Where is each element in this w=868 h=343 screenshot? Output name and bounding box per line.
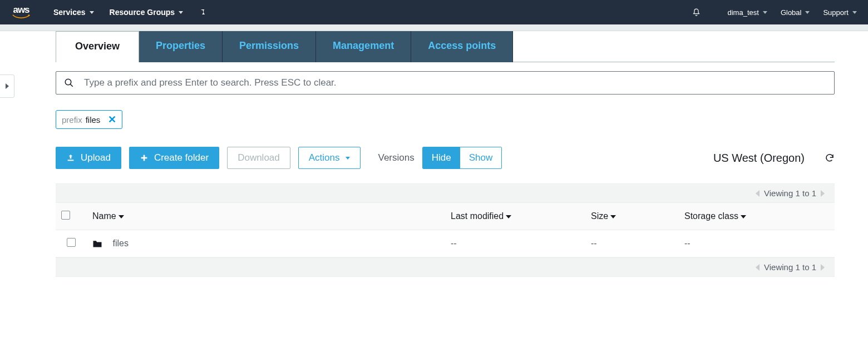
search-icon [64,78,74,88]
prefix-chip-label: prefix [62,115,82,125]
aws-logo[interactable]: aws [11,6,31,18]
versions-hide[interactable]: Hide [423,147,460,168]
secondary-bar [0,24,868,31]
tab-permissions[interactable]: Permissions [223,31,316,62]
svg-line-1 [70,84,73,87]
bucket-region: US West (Oregon) [713,152,805,165]
chevron-down-icon [346,157,350,160]
header-last-modified-label: Last modified [451,211,504,221]
region-menu-label: Global [781,8,802,17]
tab-management[interactable]: Management [316,31,411,62]
row-name[interactable]: files [112,238,128,248]
row-storage-class: -- [684,238,691,248]
table-row[interactable]: files -- -- -- [56,230,835,257]
row-checkbox[interactable] [67,238,76,247]
global-nav: aws Services Resource Groups dima_test G… [0,0,868,24]
resource-groups-menu[interactable]: Resource Groups [110,8,183,17]
row-last-modified: -- [451,238,457,248]
side-panel-toggle[interactable] [0,74,14,98]
header-size-label: Size [591,211,608,221]
chevron-down-icon [90,11,94,14]
sort-icon [610,215,616,218]
upload-icon [66,153,75,162]
sort-icon [119,215,124,218]
actions-label: Actions [309,152,340,163]
tab-overview-label: Overview [75,41,120,52]
tab-access-points[interactable]: Access points [411,31,513,62]
header-size[interactable]: Size [585,203,679,230]
versions-show-label: Show [469,152,493,163]
page-prev-icon[interactable] [756,190,760,197]
services-menu[interactable]: Services [53,8,94,17]
header-select-all [56,203,87,230]
object-toolbar: Upload Create folder Download Actions Ve… [56,147,835,169]
download-label: Download [238,152,280,163]
chevron-down-icon [179,11,183,14]
account-label: dima_test [728,8,759,17]
actions-menu[interactable]: Actions [298,147,361,169]
versions-toggle: Hide Show [422,147,502,169]
services-label: Services [53,8,86,17]
upload-button[interactable]: Upload [56,147,121,169]
chevron-down-icon [852,11,857,14]
header-name[interactable]: Name [87,203,445,230]
pagination-text: Viewing 1 to 1 [764,262,816,272]
objects-table: Viewing 1 to 1 Name Last modified Size S… [56,183,835,277]
triangle-right-icon [6,83,9,89]
support-label: Support [823,8,849,17]
support-menu[interactable]: Support [823,8,857,17]
create-folder-button[interactable]: Create folder [129,147,219,169]
sort-icon [741,215,746,218]
chevron-down-icon [763,11,767,14]
versions-hide-label: Hide [432,152,451,163]
svg-rect-2 [68,160,74,161]
close-icon[interactable]: ✕ [108,115,116,125]
download-button: Download [227,147,290,169]
header-name-label: Name [92,211,116,221]
versions-label: Versions [378,152,415,163]
bucket-tabs: Overview Properties Permissions Manageme… [56,31,835,62]
aws-smile-icon [11,14,31,19]
prefix-filter-chip: prefix files ✕ [56,110,122,129]
prefix-chip-value: files [86,115,101,125]
chevron-down-icon [805,11,810,14]
page-next-icon[interactable] [821,264,825,271]
pagination-text: Viewing 1 to 1 [764,188,816,198]
prefix-search-input[interactable] [84,77,826,88]
tab-properties-label: Properties [156,40,205,51]
table-header-row: Name Last modified Size Storage class [56,203,835,230]
select-all-checkbox[interactable] [61,211,70,220]
resource-groups-label: Resource Groups [110,8,175,17]
svg-rect-4 [141,157,147,159]
row-size: -- [591,238,597,248]
tab-management-label: Management [333,40,394,51]
tab-properties[interactable]: Properties [139,31,223,62]
pin-icon[interactable] [199,8,206,16]
svg-point-0 [65,79,71,85]
pagination-top: Viewing 1 to 1 [56,183,835,203]
create-folder-label: Create folder [154,152,209,163]
refresh-icon[interactable] [825,153,835,163]
plus-icon [140,153,149,162]
tab-permissions-label: Permissions [239,40,299,51]
header-storage-class-label: Storage class [684,211,738,221]
header-storage-class[interactable]: Storage class [679,203,835,230]
sort-icon [506,215,511,218]
folder-icon [92,240,102,248]
bell-icon[interactable] [692,8,701,17]
prefix-search[interactable] [56,71,835,95]
page-next-icon[interactable] [821,190,825,197]
page-prev-icon[interactable] [756,264,760,271]
aws-logo-text: aws [13,6,29,14]
region-menu[interactable]: Global [781,8,810,17]
account-menu[interactable]: dima_test [728,8,767,17]
header-last-modified[interactable]: Last modified [445,203,585,230]
pagination-bottom: Viewing 1 to 1 [56,257,835,277]
tab-access-points-label: Access points [428,40,496,51]
tab-overview[interactable]: Overview [56,31,139,62]
versions-show[interactable]: Show [460,147,502,168]
upload-label: Upload [81,152,111,163]
